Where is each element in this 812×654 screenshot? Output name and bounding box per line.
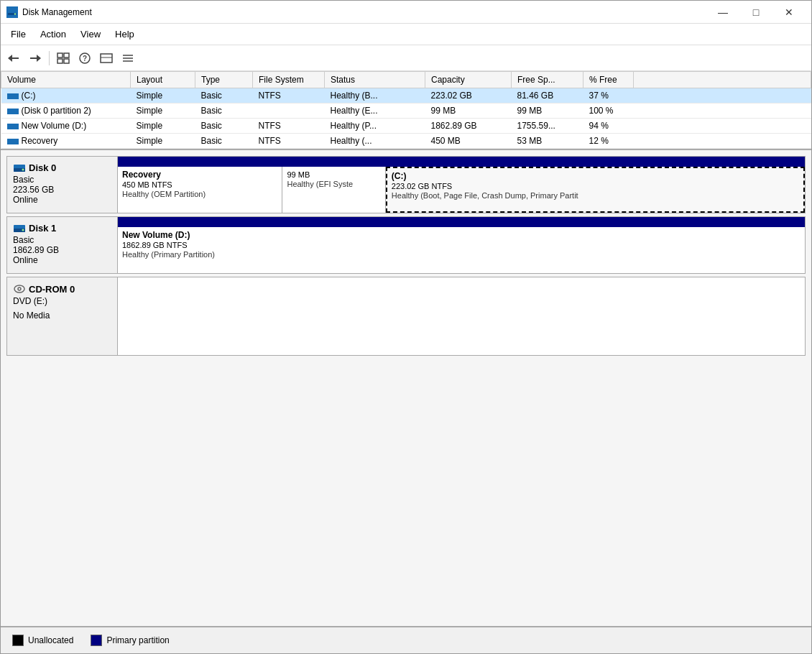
legend-label-unallocated: Unallocated bbox=[28, 635, 73, 645]
disk0-seg-c[interactable]: (C:) 223.02 GB NTFS Healthy (Boot, Page … bbox=[386, 167, 805, 213]
vol-bar-icon bbox=[7, 139, 19, 144]
table-cell: 81.46 GB bbox=[512, 88, 583, 103]
menu-file[interactable]: File bbox=[4, 26, 33, 42]
seg-name-c: (C:) bbox=[392, 171, 799, 181]
vol-name: New Volume (D:) bbox=[22, 121, 87, 131]
seg-size-c: 223.02 GB NTFS bbox=[392, 182, 799, 190]
legend-swatch-unallocated bbox=[12, 635, 24, 646]
menu-action[interactable]: Action bbox=[33, 26, 73, 42]
col-header-capacity[interactable]: Capacity bbox=[425, 72, 512, 88]
disk1-seg-d[interactable]: New Volume (D:) 1862.89 GB NTFS Healthy … bbox=[118, 227, 805, 273]
legend-unallocated: Unallocated bbox=[12, 635, 73, 646]
svg-rect-13 bbox=[101, 54, 112, 63]
table-cell: Healthy (E... bbox=[325, 103, 425, 119]
disk0-seg-recovery[interactable]: Recovery 450 MB NTFS Healthy (OEM Partit… bbox=[118, 167, 282, 213]
table-cell: Basic bbox=[195, 103, 253, 119]
disk0-icon bbox=[13, 163, 26, 173]
disk0-seg-efi[interactable]: 99 MB Healthy (EFI Syste bbox=[282, 167, 385, 213]
col-header-pct[interactable]: % Free bbox=[583, 72, 634, 88]
disk1-size: 1862.89 GB bbox=[13, 245, 111, 255]
table-cell: Healthy (B... bbox=[325, 88, 425, 103]
disk0-row: Disk 0 Basic 223.56 GB Online Recovery 4… bbox=[6, 156, 806, 213]
svg-point-2 bbox=[14, 13, 16, 14]
cdrom-no-media: No Media bbox=[13, 310, 111, 321]
table-cell: Healthy (... bbox=[325, 134, 425, 149]
table-row[interactable]: RecoverySimpleBasicNTFSHealthy (...450 M… bbox=[1, 134, 811, 149]
table-cell bbox=[634, 119, 811, 134]
vol-icon: (C:) bbox=[7, 91, 36, 101]
seg-name-d: New Volume (D:) bbox=[122, 230, 801, 240]
seg-status-recovery: Healthy (OEM Partition) bbox=[122, 190, 277, 198]
disk1-status: Online bbox=[13, 255, 111, 265]
table-cell: 1862.89 GB bbox=[425, 119, 512, 134]
cdrom-name: CD-ROM 0 bbox=[13, 283, 111, 295]
svg-text:?: ? bbox=[83, 55, 87, 63]
vol-bar-icon bbox=[7, 109, 19, 114]
details-button[interactable] bbox=[118, 49, 138, 68]
disk1-type: Basic bbox=[13, 235, 111, 245]
table-cell: 450 MB bbox=[425, 134, 512, 149]
table-cell: NTFS bbox=[253, 119, 325, 134]
disk1-segments: New Volume (D:) 1862.89 GB NTFS Healthy … bbox=[118, 227, 805, 273]
col-header-free[interactable]: Free Sp... bbox=[512, 72, 583, 88]
disk0-header-bar bbox=[118, 157, 805, 167]
list-view-button[interactable] bbox=[96, 49, 116, 68]
disk1-icon bbox=[13, 224, 26, 234]
forward-button[interactable] bbox=[25, 49, 45, 68]
close-button[interactable]: ✕ bbox=[772, 1, 806, 24]
table-cell: NTFS bbox=[253, 88, 325, 103]
table-cell: 94 % bbox=[583, 119, 634, 134]
window-title: Disk Management bbox=[22, 7, 706, 17]
svg-rect-6 bbox=[30, 57, 37, 59]
menu-help[interactable]: Help bbox=[108, 26, 142, 42]
table-cell: 223.02 GB bbox=[425, 88, 512, 103]
volume-table-container: Volume Layout Type File System Status Ca… bbox=[1, 71, 811, 150]
menu-view[interactable]: View bbox=[73, 26, 108, 42]
minimize-button[interactable]: — bbox=[706, 1, 739, 24]
disk1-header-bar bbox=[118, 217, 805, 227]
col-header-status[interactable]: Status bbox=[325, 72, 425, 88]
table-row[interactable]: (Disk 0 partition 2)SimpleBasicHealthy (… bbox=[1, 103, 811, 119]
window-controls: — □ ✕ bbox=[706, 1, 806, 24]
back-button[interactable] bbox=[4, 49, 24, 68]
table-cell: Basic bbox=[195, 119, 253, 134]
seg-status-c: Healthy (Boot, Page File, Crash Dump, Pr… bbox=[392, 191, 799, 200]
disk-map-area: Disk 0 Basic 223.56 GB Online Recovery 4… bbox=[1, 150, 811, 626]
col-header-extra bbox=[634, 72, 811, 88]
table-cell: Healthy (P... bbox=[325, 119, 425, 134]
table-cell: 100 % bbox=[583, 103, 634, 119]
disk1-partitions: New Volume (D:) 1862.89 GB NTFS Healthy … bbox=[118, 216, 806, 274]
disk0-info: Disk 0 Basic 223.56 GB Online bbox=[6, 156, 118, 213]
col-header-type[interactable]: Type bbox=[195, 72, 253, 88]
disk0-partitions: Recovery 450 MB NTFS Healthy (OEM Partit… bbox=[118, 156, 806, 213]
view-button[interactable] bbox=[53, 49, 73, 68]
disk1-row: Disk 1 Basic 1862.89 GB Online New Volum… bbox=[6, 216, 806, 274]
table-row[interactable]: New Volume (D:)SimpleBasicNTFSHealthy (P… bbox=[1, 119, 811, 134]
table-row[interactable]: (C:)SimpleBasicNTFSHealthy (B...223.02 G… bbox=[1, 88, 811, 103]
volume-table: Volume Layout Type File System Status Ca… bbox=[1, 71, 811, 149]
disk0-type: Basic bbox=[13, 175, 111, 185]
table-cell: Simple bbox=[131, 103, 195, 119]
table-cell: 37 % bbox=[583, 88, 634, 103]
svg-point-24 bbox=[14, 285, 24, 293]
maximize-button[interactable]: □ bbox=[739, 1, 772, 24]
table-cell: 1755.59... bbox=[512, 119, 583, 134]
help-button[interactable]: ? bbox=[75, 49, 95, 68]
svg-rect-9 bbox=[57, 59, 63, 63]
toolbar: ? bbox=[1, 45, 811, 71]
cdrom-icon bbox=[13, 283, 26, 295]
vol-bar-icon bbox=[7, 93, 19, 99]
disk0-status: Online bbox=[13, 195, 111, 205]
cdrom-info: CD-ROM 0 DVD (E:) No Media bbox=[6, 277, 118, 356]
table-cell: Basic bbox=[195, 88, 253, 103]
col-header-fs[interactable]: File System bbox=[253, 72, 325, 88]
legend-bar: Unallocated Primary partition bbox=[1, 626, 811, 653]
vol-bar-icon bbox=[7, 124, 19, 129]
disk0-size: 223.56 GB bbox=[13, 185, 111, 195]
svg-rect-8 bbox=[64, 53, 69, 57]
col-header-layout[interactable]: Layout bbox=[131, 72, 195, 88]
col-header-volume[interactable]: Volume bbox=[1, 72, 131, 88]
seg-size-d: 1862.89 GB NTFS bbox=[122, 241, 801, 249]
table-cell: 99 MB bbox=[512, 103, 583, 119]
table-header-row: Volume Layout Type File System Status Ca… bbox=[1, 72, 811, 88]
